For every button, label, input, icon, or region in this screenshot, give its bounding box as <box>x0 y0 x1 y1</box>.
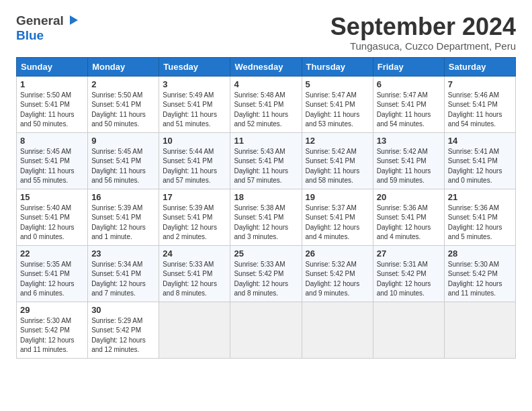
day-info: Sunrise: 5:30 AMSunset: 5:42 PMDaylight:… <box>20 316 84 355</box>
month-title: September 2024 <box>330 13 516 40</box>
calendar-table: Sunday Monday Tuesday Wednesday Thursday… <box>16 57 516 359</box>
day-number: 19 <box>306 192 369 202</box>
table-row <box>159 302 230 358</box>
day-number: 10 <box>163 136 226 146</box>
table-row: 2Sunrise: 5:50 AMSunset: 5:41 PMDaylight… <box>88 76 159 132</box>
table-row: 23Sunrise: 5:34 AMSunset: 5:41 PMDayligh… <box>88 245 159 302</box>
calendar-week-row: 8Sunrise: 5:45 AMSunset: 5:41 PMDaylight… <box>17 132 516 189</box>
table-row: 9Sunrise: 5:45 AMSunset: 5:41 PMDaylight… <box>88 132 159 189</box>
table-row: 16Sunrise: 5:39 AMSunset: 5:41 PMDayligh… <box>88 189 159 245</box>
table-row: 14Sunrise: 5:41 AMSunset: 5:41 PMDayligh… <box>444 132 515 189</box>
table-row: 12Sunrise: 5:42 AMSunset: 5:41 PMDayligh… <box>302 132 373 189</box>
day-number: 29 <box>20 305 84 315</box>
day-number: 24 <box>163 248 226 259</box>
table-row: 3Sunrise: 5:49 AMSunset: 5:41 PMDaylight… <box>159 76 230 132</box>
table-row: 1Sunrise: 5:50 AMSunset: 5:41 PMDaylight… <box>17 76 88 132</box>
logo-general: General <box>16 13 64 28</box>
day-info: Sunrise: 5:43 AMSunset: 5:41 PMDaylight:… <box>234 147 298 186</box>
table-row <box>302 302 373 358</box>
day-number: 8 <box>20 136 84 146</box>
table-row: 30Sunrise: 5:29 AMSunset: 5:42 PMDayligh… <box>88 302 159 358</box>
logo-blue: Blue <box>16 28 44 43</box>
col-wednesday: Wednesday <box>230 57 302 76</box>
col-thursday: Thursday <box>302 57 373 76</box>
day-info: Sunrise: 5:39 AMSunset: 5:41 PMDaylight:… <box>163 203 226 242</box>
title-section: September 2024 Tungasuca, Cuzco Departme… <box>330 13 516 52</box>
day-number: 27 <box>377 248 441 259</box>
table-row: 21Sunrise: 5:36 AMSunset: 5:41 PMDayligh… <box>444 189 515 245</box>
day-number: 4 <box>234 79 298 89</box>
day-number: 30 <box>91 305 155 315</box>
day-info: Sunrise: 5:49 AMSunset: 5:41 PMDaylight:… <box>163 91 226 130</box>
col-saturday: Saturday <box>444 57 515 76</box>
day-info: Sunrise: 5:31 AMSunset: 5:42 PMDaylight:… <box>377 260 441 299</box>
calendar-week-row: 1Sunrise: 5:50 AMSunset: 5:41 PMDaylight… <box>17 76 516 132</box>
day-number: 7 <box>448 79 512 89</box>
day-number: 1 <box>20 79 84 89</box>
day-number: 5 <box>306 79 369 89</box>
day-info: Sunrise: 5:46 AMSunset: 5:41 PMDaylight:… <box>448 91 512 130</box>
table-row: 6Sunrise: 5:47 AMSunset: 5:41 PMDaylight… <box>373 76 444 132</box>
day-info: Sunrise: 5:47 AMSunset: 5:41 PMDaylight:… <box>306 91 369 130</box>
page-header: General Blue September 2024 Tungasuca, C… <box>16 13 516 52</box>
svg-marker-0 <box>70 15 78 25</box>
day-number: 2 <box>91 79 155 89</box>
col-tuesday: Tuesday <box>159 57 230 76</box>
calendar-week-row: 15Sunrise: 5:40 AMSunset: 5:41 PMDayligh… <box>17 189 516 245</box>
calendar-week-row: 22Sunrise: 5:35 AMSunset: 5:41 PMDayligh… <box>17 245 516 302</box>
table-row: 11Sunrise: 5:43 AMSunset: 5:41 PMDayligh… <box>230 132 302 189</box>
table-row: 8Sunrise: 5:45 AMSunset: 5:41 PMDaylight… <box>17 132 88 189</box>
day-number: 9 <box>91 136 155 146</box>
table-row: 7Sunrise: 5:46 AMSunset: 5:41 PMDaylight… <box>444 76 515 132</box>
day-number: 12 <box>306 136 369 146</box>
day-info: Sunrise: 5:48 AMSunset: 5:41 PMDaylight:… <box>234 91 298 130</box>
day-info: Sunrise: 5:40 AMSunset: 5:41 PMDaylight:… <box>20 203 84 242</box>
day-info: Sunrise: 5:44 AMSunset: 5:41 PMDaylight:… <box>163 147 226 186</box>
day-number: 21 <box>448 192 512 202</box>
day-info: Sunrise: 5:33 AMSunset: 5:42 PMDaylight:… <box>234 260 298 299</box>
day-number: 20 <box>377 192 441 202</box>
day-info: Sunrise: 5:50 AMSunset: 5:41 PMDaylight:… <box>20 91 84 130</box>
day-number: 25 <box>234 248 298 259</box>
logo: General Blue <box>16 13 79 43</box>
day-number: 13 <box>377 136 441 146</box>
table-row: 27Sunrise: 5:31 AMSunset: 5:42 PMDayligh… <box>373 245 444 302</box>
day-number: 28 <box>448 248 512 259</box>
day-number: 16 <box>91 192 155 202</box>
day-info: Sunrise: 5:36 AMSunset: 5:41 PMDaylight:… <box>377 203 441 242</box>
table-row: 29Sunrise: 5:30 AMSunset: 5:42 PMDayligh… <box>17 302 88 358</box>
day-number: 14 <box>448 136 512 146</box>
table-row: 18Sunrise: 5:38 AMSunset: 5:41 PMDayligh… <box>230 189 302 245</box>
location-title: Tungasuca, Cuzco Department, Peru <box>330 40 516 52</box>
table-row: 28Sunrise: 5:30 AMSunset: 5:42 PMDayligh… <box>444 245 515 302</box>
table-row: 22Sunrise: 5:35 AMSunset: 5:41 PMDayligh… <box>17 245 88 302</box>
col-friday: Friday <box>373 57 444 76</box>
table-row: 13Sunrise: 5:42 AMSunset: 5:41 PMDayligh… <box>373 132 444 189</box>
table-row: 25Sunrise: 5:33 AMSunset: 5:42 PMDayligh… <box>230 245 302 302</box>
day-number: 6 <box>377 79 441 89</box>
weekday-header-row: Sunday Monday Tuesday Wednesday Thursday… <box>17 57 516 76</box>
table-row: 4Sunrise: 5:48 AMSunset: 5:41 PMDaylight… <box>230 76 302 132</box>
day-info: Sunrise: 5:32 AMSunset: 5:42 PMDaylight:… <box>306 260 369 299</box>
day-number: 26 <box>306 248 369 259</box>
table-row <box>230 302 302 358</box>
day-info: Sunrise: 5:29 AMSunset: 5:42 PMDaylight:… <box>91 316 155 355</box>
day-info: Sunrise: 5:45 AMSunset: 5:41 PMDaylight:… <box>20 147 84 186</box>
day-number: 23 <box>91 248 155 259</box>
day-info: Sunrise: 5:37 AMSunset: 5:41 PMDaylight:… <box>306 203 369 242</box>
table-row: 5Sunrise: 5:47 AMSunset: 5:41 PMDaylight… <box>302 76 373 132</box>
day-info: Sunrise: 5:41 AMSunset: 5:41 PMDaylight:… <box>448 147 512 186</box>
col-sunday: Sunday <box>17 57 88 76</box>
day-number: 3 <box>163 79 226 89</box>
table-row: 20Sunrise: 5:36 AMSunset: 5:41 PMDayligh… <box>373 189 444 245</box>
col-monday: Monday <box>88 57 159 76</box>
day-number: 11 <box>234 136 298 146</box>
day-number: 18 <box>234 192 298 202</box>
day-info: Sunrise: 5:38 AMSunset: 5:41 PMDaylight:… <box>234 203 298 242</box>
table-row: 24Sunrise: 5:33 AMSunset: 5:41 PMDayligh… <box>159 245 230 302</box>
table-row <box>444 302 515 358</box>
table-row: 10Sunrise: 5:44 AMSunset: 5:41 PMDayligh… <box>159 132 230 189</box>
day-info: Sunrise: 5:50 AMSunset: 5:41 PMDaylight:… <box>91 91 155 130</box>
day-info: Sunrise: 5:33 AMSunset: 5:41 PMDaylight:… <box>163 260 226 299</box>
day-info: Sunrise: 5:35 AMSunset: 5:41 PMDaylight:… <box>20 260 84 299</box>
